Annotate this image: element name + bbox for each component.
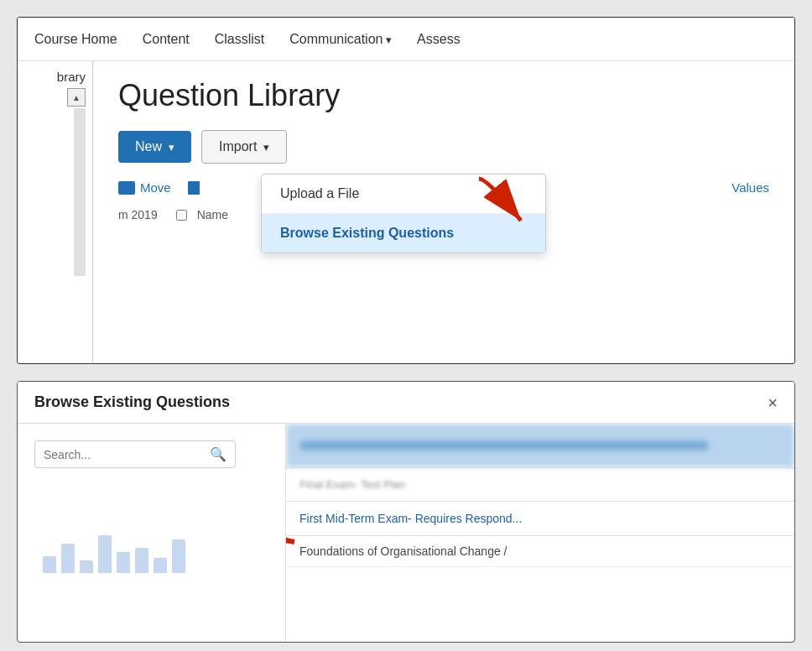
dropdown-upload[interactable]: Upload a File — [262, 174, 545, 214]
page-title: Question Library — [118, 78, 769, 113]
year-label: m 2019 — [118, 208, 158, 221]
toolbar: New Import Upload a File — [118, 130, 769, 164]
import-dropdown: Upload a File Browse Existing Questions — [261, 174, 546, 253]
nav-assess[interactable]: Assess — [417, 20, 461, 59]
chart-bar — [172, 539, 185, 573]
trash-icon — [188, 181, 200, 195]
chart-bar — [43, 556, 56, 573]
nav-classlist[interactable]: Classlist — [215, 20, 265, 59]
bottom-panel: Browse Existing Questions × 🔍 Final Exam… — [17, 381, 795, 643]
dialog-right: Final Exam- Test Plan First Mid-Term Exa… — [286, 424, 794, 642]
list-item-midterm[interactable]: First Mid-Term Exam- Requires Respond... — [286, 502, 794, 536]
nav-bar: Course Home Content Classlist Communicat… — [18, 18, 794, 61]
dialog-body: 🔍 Final Exam- Test Plan First Mid-Term E… — [18, 424, 794, 642]
nav-course-home[interactable]: Course Home — [34, 20, 117, 59]
main-area: brary ▲ Question Library New Import — [18, 61, 794, 363]
blurred-text — [299, 440, 709, 450]
dialog-left: 🔍 — [18, 424, 286, 642]
chart-bar — [154, 558, 167, 573]
nav-content[interactable]: Content — [143, 20, 190, 59]
values-label[interactable]: Values — [731, 180, 769, 195]
search-input[interactable] — [44, 448, 210, 461]
close-button[interactable]: × — [768, 394, 778, 411]
content-area: Question Library New Import — [93, 61, 794, 363]
dropdown-browse[interactable]: Browse Existing Questions — [262, 214, 545, 253]
name-col-label: Name — [197, 208, 228, 221]
list-item-blurred: Final Exam- Test Plan — [286, 468, 794, 501]
search-icon: 🔍 — [210, 446, 226, 462]
row-checkbox[interactable] — [176, 210, 187, 221]
move-label: Move — [140, 180, 171, 195]
move-icon — [118, 181, 135, 195]
list-item-foundations[interactable]: Foundations of Organisational Change / — [286, 536, 794, 567]
search-box[interactable]: 🔍 — [34, 440, 236, 468]
sidebar: brary ▲ — [18, 61, 93, 363]
nav-communication[interactable]: Communication — [289, 20, 392, 59]
chart-bar — [135, 548, 148, 573]
chart-area — [34, 535, 268, 573]
import-button[interactable]: Import — [201, 130, 287, 164]
new-button[interactable]: New — [118, 131, 191, 163]
list-item-blurred-top — [286, 424, 794, 467]
sidebar-label: brary — [57, 70, 86, 84]
dialog-title: Browse Existing Questions — [34, 393, 230, 411]
move-btn[interactable]: Move — [118, 180, 171, 195]
delete-btn[interactable] — [188, 181, 200, 195]
scroll-track — [74, 108, 86, 276]
chart-bar — [61, 544, 75, 573]
chart-bar — [98, 535, 112, 573]
dialog-header: Browse Existing Questions × — [18, 382, 794, 424]
chart-bar — [80, 560, 93, 573]
chart-bar — [117, 552, 130, 573]
scroll-up-btn[interactable]: ▲ — [67, 88, 86, 107]
top-panel: Course Home Content Classlist Communicat… — [17, 17, 795, 364]
